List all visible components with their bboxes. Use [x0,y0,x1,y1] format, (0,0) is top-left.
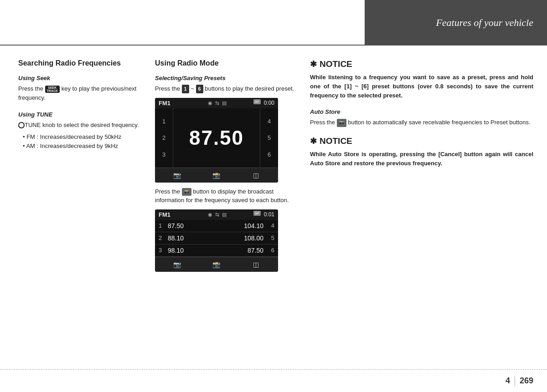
radio-header-1: FM1 ◉ ⇆ ▤ 0:00 AF [155,98,278,108]
using-seek-title: Using Seek [18,75,141,81]
header-title-area: Features of your vehicle [365,0,547,46]
notice-2-body: While Auto Store is operating, pressing … [310,150,533,168]
fm-label-2: FM1 [159,211,170,218]
main-content: Searching Radio Frequencies Using Seek P… [0,46,547,369]
footer2-btn-1: 📷 [170,260,184,270]
screen1-desc1: Press the [155,188,180,195]
selecting-presets-title: Selecting/Saving Presets [155,75,296,81]
exchange-icon-2: ⇆ [215,212,219,218]
auto-store-section: Auto Store Press the 📷 button to automat… [310,108,533,127]
settings-icon: ◉ [208,100,212,106]
preset-row-3: 3 98.10 87.50 6 [155,244,278,257]
page-number-area: 4 269 [506,376,533,387]
prow2-num: 2 [159,234,168,241]
exchange-icon: ⇆ [215,100,219,106]
preset-2: 2 [162,134,165,141]
preset-6: 6 [268,151,271,158]
column-right: ✱ NOTICE While listening to a frequency … [310,59,533,360]
auto-store-body: Press the 📷 button to automatically save… [310,118,533,127]
prow2-freq2: 108.00 [244,234,263,242]
radio-icons-2: ◉ ⇆ ▤ [208,212,227,218]
mid-section-title: Using Radio Mode [155,59,296,67]
camera-icon-inline: 📸 [182,188,191,196]
seek-text-before: Press the [18,85,43,92]
auto-store-body1: Press the [310,119,335,126]
column-left: Searching Radio Frequencies Using Seek P… [18,59,141,360]
fm-label-1: FM1 [159,100,170,107]
tune-bullet-fm: FM : Increases/decreased by 50kHz [23,132,141,142]
auto-store-title: Auto Store [310,108,533,115]
grid-icon-2: ▤ [222,212,227,218]
grid-icon: ▤ [222,100,227,106]
screen1-desc: Press the 📸 button to display the broadc… [155,187,296,205]
prow3-freq: 98.10 [168,247,248,254]
tune-bullets: FM : Increases/decreased by 50kHz AM : I… [18,132,141,152]
preset-row-2: 2 88.10 108.00 5 [155,232,278,244]
radio-time-2: 0:01 [264,211,274,218]
footer-btn-1: 📷 [170,170,184,180]
af-badge-2: AF [253,211,261,216]
notice-2-title: ✱ NOTICE [310,136,533,146]
radio-main-1: 1 2 3 87.50 4 5 6 [155,108,278,168]
notice-2: ✱ NOTICE While Auto Store is operating, … [310,136,533,168]
radio-footer-1: 📷 📸 ◫ [155,168,278,183]
prow1-freq: 87.50 [168,222,244,229]
frequency-display: 87.50 [173,108,260,168]
footer-btn-2: 📸 [210,170,223,180]
notice-2-star: ✱ [310,136,317,146]
preset-5: 5 [268,134,271,141]
radio-icons-1: ◉ ⇆ ▤ [208,100,227,106]
radio-footer-2: 📷 📸 ◫ [155,257,278,272]
page-footer: 4 269 [0,369,547,392]
prow1-num: 1 [159,222,168,229]
page-title: Features of your vehicle [436,17,533,29]
prow2-freq: 88.10 [168,234,244,242]
prow3-freq2: 87.50 [248,247,263,254]
preset-4: 4 [268,118,271,125]
selecting-presets-body: Press the 1 ~ 6 buttons to play the desi… [155,84,296,93]
seek-badge: SEEK TRACK [45,86,60,93]
settings-icon-2: ◉ [208,212,212,218]
tune-circle-icon [18,122,25,128]
tilde: ~ [191,85,196,92]
notice-1-body: While listening to a frequency you want … [310,73,533,100]
notice-1-title: ✱ NOTICE [310,59,533,69]
prow2-num2: 5 [267,234,274,241]
page-divider [515,376,515,387]
notice-1-label: NOTICE [320,59,352,69]
left-section-title: Searching Radio Frequencies [18,59,141,67]
radio-screen-2: FM1 ◉ ⇆ ▤ 0:01 AF 1 87.50 104.10 4 2 [155,209,278,272]
preset-badge-6: 6 [196,85,203,93]
radio-header-2: FM1 ◉ ⇆ ▤ 0:01 AF [155,209,278,220]
af-badge-1: AF [253,99,261,104]
auto-store-camera-icon: 📷 [337,119,346,127]
using-seek-body: Press the SEEK TRACK key to play the pre… [18,84,141,102]
radio-time-1: 0:00 [264,100,274,106]
presets-right-1: 4 5 6 [260,108,278,168]
using-tune-body: TUNE knob to select the desired frequenc… [18,121,141,130]
page-num-value: 269 [520,376,533,386]
preset-row-1: 1 87.50 104.10 4 [155,220,278,232]
page-section: 4 [506,376,510,386]
notice-2-label: NOTICE [320,136,352,146]
prow3-num2: 6 [267,247,274,254]
notice-1-star: ✱ [310,59,317,69]
prow1-num2: 4 [267,222,274,229]
column-mid: Using Radio Mode Selecting/Saving Preset… [155,59,296,360]
header: Features of your vehicle [0,0,547,46]
footer-btn-3: ◫ [249,170,263,180]
prow3-num: 3 [159,247,168,254]
tune-bullet-am: AM : Increases/decreased by 9kHz [23,142,141,151]
auto-store-body2: button to automatically save receivable … [348,119,530,126]
footer2-btn-3: ◫ [249,260,263,270]
using-tune-title: Using TUNE [18,111,141,118]
notice-1: ✱ NOTICE While listening to a frequency … [310,59,533,100]
presets-left-1: 1 2 3 [155,108,173,168]
radio-screen-1: FM1 ◉ ⇆ ▤ 0:00 AF 1 2 3 87.50 [155,98,278,183]
preset-1: 1 [162,118,165,125]
preset-list: 1 87.50 104.10 4 2 88.10 108.00 5 3 98.1… [155,220,278,257]
footer2-btn-2: 📸 [210,260,223,270]
preset-badge-1: 1 [182,85,189,93]
prow1-freq2: 104.10 [244,222,263,229]
preset-3: 3 [162,151,165,158]
